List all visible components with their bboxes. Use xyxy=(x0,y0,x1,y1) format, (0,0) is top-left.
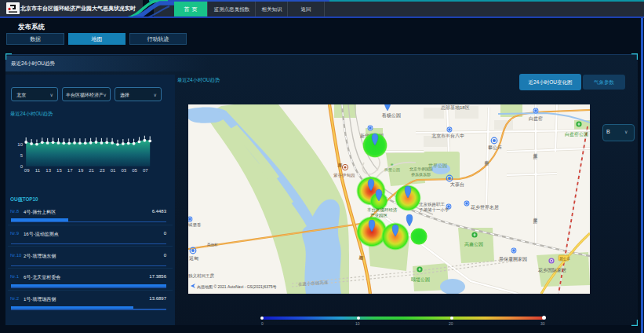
svg-text:总部基地18区: 总部基地18区 xyxy=(440,104,470,111)
svg-text:北京华侨国际: 北京华侨国际 xyxy=(409,166,433,172)
svg-text:景保康网家园: 景保康网家园 xyxy=(499,256,527,262)
svg-text:攀公庄: 攀公庄 xyxy=(488,145,502,150)
svg-text:10: 10 xyxy=(17,142,23,147)
svg-text:高德地图 © 2021 AutoNavi - GS(2021: 高德地图 © 2021 AutoNavi - GS(2021)6375号 xyxy=(197,284,277,290)
svg-text:看杨公园: 看杨公园 xyxy=(381,112,401,119)
svg-text:花乡国际家居: 花乡国际家居 xyxy=(538,267,566,273)
svg-text:白盆窑公园: 白盆窑公园 xyxy=(565,131,588,137)
svg-text:颐堤公园: 颐堤公园 xyxy=(411,276,430,283)
svg-text:返甸: 返甸 xyxy=(189,256,198,261)
svg-text:侨乐俱乐部: 侨乐俱乐部 xyxy=(411,172,431,177)
svg-text:花乡世界名居: 花乡世界名居 xyxy=(471,205,499,210)
svg-text:产业园区: 产业园区 xyxy=(370,213,388,218)
svg-text:城堡香: 城堡香 xyxy=(188,222,202,228)
svg-text:丰台区循环经济: 丰台区循环经济 xyxy=(367,207,398,213)
svg-text:5: 5 xyxy=(20,153,24,158)
svg-text:子弟第十一小学: 子弟第十一小学 xyxy=(419,207,449,212)
svg-text:北京市丰台八中: 北京市丰台八中 xyxy=(431,133,464,139)
svg-text:大葆台: 大葆台 xyxy=(450,181,464,188)
svg-text:高鑫公园: 高鑫公园 xyxy=(464,241,483,247)
svg-text:北京铁路职工: 北京铁路职工 xyxy=(418,202,446,207)
svg-text:御景公园: 御景公园 xyxy=(384,167,400,173)
svg-text:白盆窑: 白盆窑 xyxy=(529,115,543,122)
svg-text:紫谷伊甸园: 紫谷伊甸园 xyxy=(333,173,355,178)
svg-text:独义村回王房: 独义村回王房 xyxy=(188,273,215,279)
